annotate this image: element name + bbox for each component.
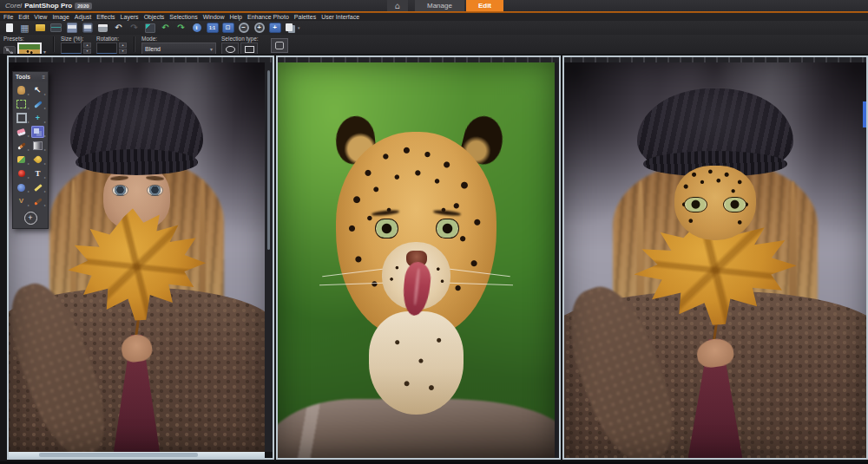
size-spin-up[interactable]: ▴: [83, 42, 91, 48]
browse-icon[interactable]: ▦: [18, 22, 31, 34]
move-icon: +: [36, 113, 40, 123]
horizontal-scrollbar[interactable]: [9, 452, 265, 458]
menu-edit[interactable]: Edit: [18, 14, 29, 20]
text-tool[interactable]: T: [31, 167, 44, 180]
paint-brush-tool[interactable]: [15, 140, 28, 152]
duplicate-icon[interactable]: [284, 22, 297, 34]
picture-tube-icon: [17, 156, 25, 163]
canvas-leopard-source[interactable]: [278, 62, 555, 458]
red-eye-icon: [18, 170, 25, 177]
vertical-scrollbar-thumb[interactable]: [267, 70, 270, 250]
dropper-tool[interactable]: [31, 98, 44, 110]
leopard-eye: [684, 197, 707, 212]
options-separator: [53, 36, 54, 52]
workspace-tabs: ⌂ Manage Edit: [387, 0, 505, 11]
flood-fill-tool[interactable]: [31, 154, 44, 166]
horizontal-scrollbar-thumb[interactable]: [39, 453, 198, 457]
eraser-tool[interactable]: [15, 126, 28, 138]
mode-dropdown-caret: ▾: [210, 46, 213, 52]
add-tools-button[interactable]: +: [24, 212, 37, 225]
rotation-spinner[interactable]: ▴▾: [119, 42, 127, 54]
menu-file[interactable]: File: [3, 14, 13, 20]
tool-options-extra-button[interactable]: [271, 38, 288, 53]
mode-value: Blend: [145, 46, 161, 52]
actual-size-icon[interactable]: 1:1: [206, 22, 219, 34]
vertical-scrollbar-track[interactable]: [555, 62, 559, 458]
move-tool[interactable]: +: [31, 112, 44, 124]
gradient-icon: [33, 141, 43, 150]
duplicate-shape: [286, 23, 293, 31]
menu-adjust[interactable]: Adjust: [75, 14, 91, 20]
vertical-scrollbar[interactable]: [265, 62, 273, 452]
chalk-brush-tool[interactable]: [31, 181, 44, 193]
menu-layers[interactable]: Layers: [121, 14, 139, 20]
picture-tube-tool[interactable]: [15, 154, 28, 166]
save-shape: [67, 23, 77, 33]
pan-hand-icon: [17, 86, 25, 95]
panel-menu-icon[interactable]: ≡: [42, 75, 45, 80]
freehand-selection-tool[interactable]: [15, 98, 28, 110]
tools-palette-title: Tools: [16, 74, 30, 80]
menu-user-interface[interactable]: User Interface: [321, 14, 359, 20]
capture-shape: [145, 23, 155, 33]
menu-objects[interactable]: Objects: [144, 14, 165, 20]
info-icon[interactable]: i: [190, 22, 203, 34]
straighten-tool[interactable]: V: [15, 195, 28, 207]
save-as-icon[interactable]: [81, 22, 94, 34]
menu-palettes[interactable]: Palettes: [294, 14, 316, 20]
size-spinner[interactable]: ▴▾: [83, 42, 91, 54]
size-input[interactable]: [61, 42, 82, 54]
home-icon: ⌂: [395, 2, 400, 10]
scan-shape: [50, 23, 62, 32]
menu-window[interactable]: Window: [203, 14, 225, 20]
redo-history-icon[interactable]: ↷: [174, 22, 187, 34]
undo-icon[interactable]: ↶: [112, 22, 125, 34]
vertical-scrollbar-thumb-blue[interactable]: [863, 101, 866, 127]
open-folder-shape: [36, 24, 45, 31]
red-eye-tool[interactable]: [15, 167, 28, 180]
toolbar-overflow-caret[interactable]: ▾: [298, 25, 300, 30]
open-icon[interactable]: [34, 22, 47, 34]
fit-window-icon[interactable]: ⊡: [221, 22, 234, 34]
leopard-eye: [436, 219, 460, 239]
tab-manage[interactable]: Manage: [415, 0, 464, 11]
rotation-spin-up[interactable]: ▴: [119, 42, 127, 48]
brand-label: Corel: [5, 2, 22, 10]
pane-top-strip: [278, 57, 559, 62]
crop-tool[interactable]: [15, 112, 28, 124]
warp-brush-icon: [17, 184, 25, 192]
menu-enhance-photo[interactable]: Enhance Photo: [247, 14, 289, 20]
new-image-icon[interactable]: [3, 22, 16, 34]
pick-tool[interactable]: ↖: [31, 84, 44, 96]
new-window-icon[interactable]: +: [268, 22, 281, 34]
gradient-tool[interactable]: [31, 140, 44, 152]
oil-brush-tool[interactable]: [31, 195, 44, 207]
eraser-icon: [16, 127, 26, 135]
save-icon[interactable]: [65, 22, 78, 34]
warp-brush-tool[interactable]: [15, 181, 28, 193]
menu-selections[interactable]: Selections: [169, 14, 197, 20]
zoom-in-icon[interactable]: +: [253, 22, 266, 34]
scan-icon[interactable]: [49, 22, 62, 34]
menu-effects[interactable]: Effects: [96, 14, 115, 20]
redo-icon[interactable]: ↷: [128, 22, 141, 34]
print-icon[interactable]: [96, 22, 109, 34]
menu-view[interactable]: View: [34, 14, 47, 20]
pan-tool[interactable]: [15, 84, 28, 96]
tools-palette-header[interactable]: Tools ≡: [13, 72, 48, 82]
menu-image[interactable]: Image: [52, 14, 69, 20]
capture-icon[interactable]: [143, 22, 156, 34]
undo-history-icon[interactable]: ↶: [159, 22, 172, 34]
clone-brush-tool[interactable]: [31, 126, 44, 138]
home-button[interactable]: ⌂: [387, 0, 408, 11]
version-badge: 2020: [75, 3, 91, 10]
new-image-shape: [6, 23, 13, 32]
tab-edit[interactable]: Edit: [466, 0, 503, 11]
canvas-portrait-composite[interactable]: [564, 62, 866, 458]
zoom-out-icon[interactable]: −: [237, 22, 250, 34]
photo-leopard: [278, 62, 555, 458]
pick-arrow-icon: ↖: [34, 85, 41, 95]
app-title: PaintShop Pro: [24, 2, 72, 10]
menu-help[interactable]: Help: [230, 14, 242, 20]
rotation-input[interactable]: [96, 42, 117, 54]
